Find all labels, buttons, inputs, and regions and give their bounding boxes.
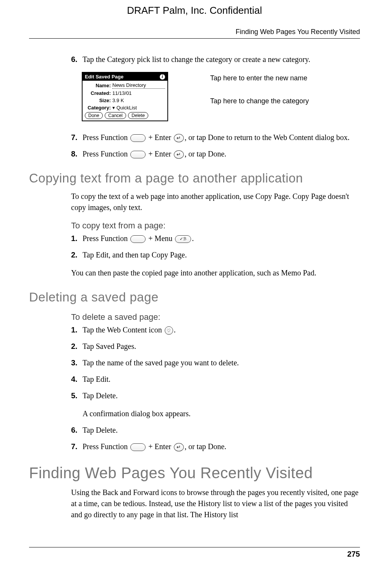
created-label: Created: [85, 90, 111, 96]
copy-step-1: 1. Press Function + Menu ✓ℬ. [71, 233, 360, 244]
step-number: 7. [71, 441, 83, 452]
edit-saved-page-figure: Edit Saved Page i Name: News Directory C… [82, 72, 360, 121]
step-number: 4. [71, 374, 83, 385]
function-key-icon [130, 134, 146, 142]
enter-key-icon: ↵ [174, 443, 184, 451]
callout-name: Tap here to enter the new name [210, 74, 309, 83]
category-label: Category: [85, 105, 111, 111]
step-result: A confirmation dialog box appears. [83, 408, 360, 419]
created-value: 11/13/01 [112, 90, 132, 96]
callout-category: Tap here to change the category [210, 97, 309, 106]
step-text: Press Function + Enter ↵, or tap Done. [83, 148, 360, 160]
delete-button[interactable]: Delete [128, 112, 148, 119]
paragraph: To copy the text of a web page into anot… [71, 191, 360, 213]
palm-dialog: Edit Saved Page i Name: News Directory C… [82, 72, 168, 121]
cancel-button[interactable]: Cancel [105, 112, 126, 119]
step-8: 8. Press Function + Enter ↵, or tap Done… [71, 148, 360, 160]
heading-finding-web-pages: Finding Web Pages You Recently Visited [29, 464, 360, 482]
done-button[interactable]: Done [85, 112, 103, 119]
size-value: 3.9 K [112, 98, 124, 103]
step-text: Tap the Web Content icon ♡. [83, 324, 360, 336]
info-icon[interactable]: i [160, 74, 165, 80]
step-number: 2. [71, 341, 83, 352]
paragraph: You can then paste the copied page into … [71, 267, 360, 279]
size-label: Size: [85, 98, 111, 103]
page-number: 275 [29, 550, 360, 559]
del-step-6: 6. Tap Delete. [71, 425, 360, 436]
del-step-5: 5. Tap Delete. [71, 390, 360, 401]
step-number: 1. [71, 324, 83, 336]
step-text: Tap Edit, and then tap Copy Page. [83, 249, 360, 261]
del-step-4: 4. Tap Edit. [71, 374, 360, 385]
step-text: Press Function + Enter ↵, or tap Done. [83, 441, 360, 452]
footer-rule [29, 547, 360, 547]
step-number: 1. [71, 233, 83, 244]
subheading-to-delete: To delete a saved page: [71, 312, 360, 322]
category-dropdown[interactable]: ▾ QuickList [112, 105, 137, 111]
heading-deleting-saved: Deleting a saved page [29, 290, 360, 305]
del-step-7: 7. Press Function + Enter ↵, or tap Done… [71, 441, 360, 452]
del-step-1: 1. Tap the Web Content icon ♡. [71, 324, 360, 336]
running-head: Finding Web Pages You Recently Visited [29, 28, 360, 36]
name-field[interactable]: News Directory [112, 82, 165, 89]
step-number: 5. [71, 390, 83, 401]
step-number: 6. [71, 54, 83, 65]
page-footer: 275 [29, 547, 360, 559]
function-key-icon [130, 151, 146, 158]
step-text: Tap the name of the saved page you want … [83, 357, 360, 368]
del-step-2: 2. Tap Saved Pages. [71, 341, 360, 352]
step-text: Tap Delete. [83, 390, 360, 401]
web-content-icon: ♡ [165, 326, 173, 335]
header-rule [29, 38, 360, 39]
dialog-title: Edit Saved Page [85, 74, 123, 80]
heading-copying-text: Copying text from a page to another appl… [29, 171, 360, 186]
subheading-to-copy: To copy text from a page: [71, 221, 360, 231]
step-text: Tap Saved Pages. [83, 341, 360, 352]
step-number: 8. [71, 148, 83, 160]
function-key-icon [130, 443, 146, 451]
enter-key-icon: ↵ [174, 150, 184, 159]
step-number: 7. [71, 132, 83, 143]
step-7: 7. Press Function + Enter ↵, or tap Done… [71, 132, 360, 143]
step-6: 6. Tap the Category pick list to change … [71, 54, 360, 65]
function-key-icon [130, 235, 146, 243]
step-number: 6. [71, 425, 83, 436]
copy-step-2: 2. Tap Edit, and then tap Copy Page. [71, 249, 360, 261]
enter-key-icon: ↵ [174, 134, 184, 142]
step-text: Tap Delete. [83, 425, 360, 436]
step-text: Press Function + Menu ✓ℬ. [83, 233, 360, 244]
del-step-3: 3. Tap the name of the saved page you wa… [71, 357, 360, 368]
dialog-titlebar: Edit Saved Page i [83, 73, 167, 81]
step-text: Tap Edit. [83, 374, 360, 385]
name-label: Name: [85, 83, 111, 88]
step-number: 3. [71, 357, 83, 368]
paragraph: Using the Back and Forward icons to brow… [71, 487, 360, 520]
step-number: 2. [71, 249, 83, 261]
draft-header: DRAFT Palm, Inc. Confidential [29, 5, 360, 16]
step-text: Press Function + Enter ↵, or tap Done to… [83, 132, 360, 143]
step-text: Tap the Category pick list to change the… [83, 54, 360, 65]
menu-key-icon: ✓ℬ [175, 235, 191, 243]
